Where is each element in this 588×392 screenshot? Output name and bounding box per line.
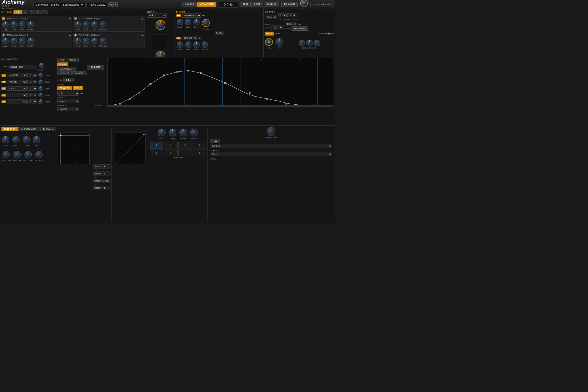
mod-row1-depth-knob[interactable] xyxy=(38,72,43,78)
filter1-arrows[interactable]: ◀▶ xyxy=(202,14,205,17)
mod-row2-on[interactable]: ON xyxy=(2,80,6,83)
filter1-fxmix-knob[interactable] xyxy=(202,18,210,28)
rate-button[interactable]: RATE xyxy=(264,32,274,36)
filter2-on-button[interactable]: ON xyxy=(176,37,181,40)
control7-select[interactable]: Control7 xyxy=(210,144,332,148)
morph-mode-select[interactable]: add xy morph xy xyxy=(147,13,166,18)
save-button[interactable]: SAVE xyxy=(251,2,263,7)
remix-pad-1[interactable]: 1 xyxy=(150,142,164,148)
slot-c-pan-knob[interactable] xyxy=(18,38,26,44)
remix-pad-2[interactable]: 2 xyxy=(164,142,178,148)
next-arrow[interactable]: ▶ xyxy=(113,2,118,7)
perform-tab-perform[interactable]: PERFORM xyxy=(2,127,18,131)
slot-a-tune-knob[interactable] xyxy=(10,21,17,28)
remix-pad-3[interactable]: 3 xyxy=(178,142,192,148)
porta-slider[interactable] xyxy=(324,32,334,35)
preserve-button[interactable]: PRESERVE xyxy=(292,26,308,30)
mseg-file-button[interactable]: FILE xyxy=(63,78,74,82)
slot-c-amp-knob[interactable] xyxy=(2,38,9,44)
chevron-down-icon[interactable]: ▼ xyxy=(80,3,83,6)
slot-d-arrows[interactable]: ◀▶ xyxy=(141,34,144,36)
mod-row3-source[interactable]: LFO1 xyxy=(7,86,27,91)
mod-row4-depth-knob[interactable] xyxy=(38,92,43,98)
remix-pad-4[interactable]: 4 xyxy=(192,142,206,148)
mod-tab-sequencer[interactable]: SEQUENCER xyxy=(57,67,76,71)
par-ser-button[interactable]: Par/Ser xyxy=(215,31,224,35)
mod-tab-lfo[interactable]: LFO xyxy=(57,58,66,62)
mod-target-input[interactable]: Master Amp xyxy=(8,65,37,69)
mod-row4-on[interactable]: ON xyxy=(2,94,6,96)
morph-x-knob[interactable] xyxy=(155,20,166,30)
filter2-res-knob[interactable] xyxy=(185,41,192,48)
slot-c-filtermix-knob[interactable] xyxy=(27,38,34,44)
xy-pad-1[interactable]: X/Y 1 xyxy=(58,132,90,164)
source-tab-a[interactable]: A xyxy=(22,10,28,14)
trigger-button[interactable]: TRIGGER xyxy=(57,86,72,90)
slot-d-pan-knob[interactable] xyxy=(91,38,98,44)
mod-row3-e[interactable]: E - xyxy=(28,86,37,91)
remix-pad-5[interactable]: 5 xyxy=(150,149,164,156)
perform-knob2-control[interactable] xyxy=(12,136,20,144)
filter2-type-select[interactable]: LP2-BQ xyxy=(182,36,198,40)
adsr-attack-knob[interactable] xyxy=(157,128,166,137)
tuning-select[interactable]: Default xyxy=(285,22,297,26)
mod-row4-source[interactable] xyxy=(7,93,27,97)
snap-arrows[interactable]: ◀▶ xyxy=(80,92,83,94)
volume-knob[interactable] xyxy=(300,0,308,8)
slot-c-tune-knob[interactable] xyxy=(10,38,17,44)
mseg-scrollbar[interactable] xyxy=(108,105,333,107)
filter1-res-knob[interactable] xyxy=(185,18,192,26)
save-as-button[interactable]: SAVE AS xyxy=(264,2,280,7)
perform-file-button[interactable]: FILE xyxy=(210,139,220,143)
slot-a-pan-knob[interactable] xyxy=(18,21,26,28)
mod-row1-on[interactable]: ON xyxy=(2,74,6,77)
mod-tab-ahdsr[interactable]: AHDSR xyxy=(67,58,79,62)
filter2-drive-knob[interactable] xyxy=(193,41,200,48)
slot-d-filtermix-knob[interactable] xyxy=(100,38,106,44)
smooth-knob[interactable] xyxy=(39,62,44,68)
prev-arrow[interactable]: ◀ xyxy=(108,2,113,7)
current-arrows[interactable]: ◀▶ xyxy=(59,79,62,81)
source-tab-b[interactable]: B xyxy=(29,10,34,14)
remix-pad-7[interactable]: 7 xyxy=(178,149,192,156)
tuning-arrows[interactable]: ◀▶ xyxy=(298,23,301,25)
mod-row3-depth-knob[interactable] xyxy=(38,86,43,91)
slot-b-arrows[interactable]: ◀▶ xyxy=(141,18,144,20)
remix-pad-6[interactable]: 6 xyxy=(164,149,178,156)
mod-row5-depth-knob[interactable] xyxy=(38,99,43,104)
filter2-arrows[interactable]: ◀▶ xyxy=(198,37,201,39)
slot-c-arrows[interactable]: ◀▶ xyxy=(68,34,71,36)
slot-a-filtermix-knob[interactable] xyxy=(27,21,34,28)
filter2-cutoff-knob[interactable] xyxy=(176,41,183,48)
xy-pad-2[interactable]: X/Y 2 xyxy=(114,132,146,164)
filter1-cutoff-knob[interactable] xyxy=(176,18,183,26)
slot-a-amp-knob[interactable] xyxy=(2,21,9,28)
mod-row2-source[interactable]: Velocity xyxy=(7,80,27,84)
target-button[interactable]: TARGET xyxy=(87,65,104,70)
simple-mode-button[interactable]: SIMPLE xyxy=(182,2,197,7)
perform-knob7-control[interactable] xyxy=(24,150,32,159)
master-coarse-knob[interactable] xyxy=(298,40,305,46)
slot-a-arrows[interactable]: ◀▶ xyxy=(68,18,71,20)
master-pan-knob[interactable] xyxy=(275,38,284,46)
edit-select[interactable]: Normal xyxy=(57,107,80,111)
snapshot-vol-knob[interactable] xyxy=(266,127,276,136)
mod-row5-source[interactable] xyxy=(7,100,27,104)
master-fine-knob[interactable] xyxy=(314,40,320,46)
source-tab-d[interactable]: D xyxy=(42,10,48,14)
advanced-mode-button[interactable]: ADVANCED xyxy=(197,2,216,7)
filter1-type-select[interactable]: LP2-XP HQ xyxy=(182,13,201,18)
pitch-up-select[interactable]: 2 xyxy=(278,13,287,17)
mod-row5-on[interactable]: ON xyxy=(2,100,6,103)
source-tab-c[interactable]: C xyxy=(35,10,41,14)
perform-knob4-control[interactable] xyxy=(32,136,41,144)
master-amp-knob[interactable] xyxy=(264,38,274,46)
filter1-drive-knob[interactable] xyxy=(193,18,200,26)
adsr-sustain-knob[interactable] xyxy=(179,128,188,137)
adsr-decay-knob[interactable] xyxy=(168,128,177,137)
master-always-select[interactable]: Always xyxy=(264,15,277,19)
slot-d-amp-knob[interactable] xyxy=(74,38,81,44)
mod-tab-modmap[interactable]: MODMAP xyxy=(57,71,72,75)
remix-pad-8[interactable]: 8 xyxy=(192,149,206,156)
mod-row1-source[interactable]: AHDSR1 xyxy=(7,73,27,78)
